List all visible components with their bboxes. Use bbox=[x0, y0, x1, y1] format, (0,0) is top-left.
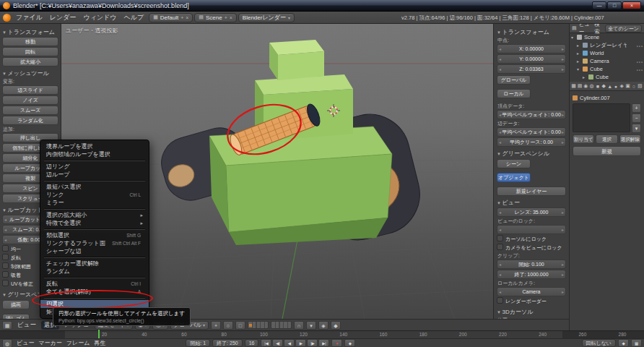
n-panel-row[interactable]: 3Dカーソル bbox=[497, 308, 566, 316]
editor-type-button[interactable]: ▦ bbox=[2, 321, 12, 330]
n-panel-row[interactable]: トランスフォーム bbox=[497, 28, 566, 36]
render-anim-button[interactable]: ◆ bbox=[331, 321, 341, 330]
timeline-menu-item[interactable]: ビュー bbox=[14, 339, 36, 347]
material-slot-list[interactable] bbox=[573, 103, 630, 132]
manipulator-rotate-button[interactable]: ○ bbox=[223, 321, 233, 330]
expand-icon[interactable]: ▸ bbox=[577, 51, 583, 56]
n-panel-row[interactable]: 平均クリース: 0.00 bbox=[497, 137, 566, 147]
menu-item[interactable]: 辺リング bbox=[40, 163, 149, 171]
assign-button[interactable]: 割り当て bbox=[573, 134, 594, 144]
timeline-menu-item[interactable]: マーカー bbox=[36, 339, 64, 347]
new-material-button[interactable]: 新規 bbox=[573, 146, 641, 156]
layers-widget-2[interactable] bbox=[271, 321, 292, 329]
screen-layout-selector[interactable]: ▦ Default + × bbox=[149, 13, 193, 22]
tool-shelf-row[interactable]: 変形: bbox=[2, 78, 58, 85]
timeline-menu-item[interactable]: フレーム bbox=[64, 339, 92, 347]
visibility-toggles[interactable] bbox=[627, 66, 643, 72]
properties-tab-icon[interactable]: ▣ bbox=[625, 83, 630, 89]
add-layout-icon[interactable]: + bbox=[180, 15, 183, 20]
properties-tab-icon[interactable]: ◈ bbox=[619, 83, 625, 89]
outliner-item[interactable]: ▾ Cube bbox=[570, 65, 644, 73]
expand-icon[interactable]: ▸ bbox=[583, 74, 588, 80]
n-panel-row[interactable]: ローカル bbox=[497, 89, 531, 98]
n-panel-row[interactable] bbox=[497, 225, 566, 234]
n-panel-row[interactable]: ビューのロック: bbox=[497, 218, 566, 224]
render-engine-selector[interactable]: Blenderレンダー ▾ bbox=[238, 13, 295, 22]
menu-item[interactable]: 反転 Ctrl I bbox=[40, 280, 149, 288]
tool-shelf-row[interactable]: 辺スライド bbox=[2, 85, 58, 95]
close-layout-icon[interactable]: × bbox=[186, 15, 188, 20]
n-panel-row[interactable]: 頂点データ: bbox=[497, 103, 566, 109]
outliner-editor-icon[interactable]: ▤ bbox=[572, 25, 577, 31]
render-opengl-button[interactable]: ◈ bbox=[318, 321, 328, 330]
n-panel-row[interactable]: カメラをビューにロック bbox=[497, 244, 566, 252]
n-panel-row[interactable]: クリップ: bbox=[497, 252, 566, 259]
expand-icon[interactable]: ▸ bbox=[577, 43, 583, 48]
layers-widget[interactable] bbox=[248, 321, 269, 329]
visibility-toggles[interactable] bbox=[627, 58, 643, 64]
n-panel-row[interactable]: グローバル bbox=[497, 75, 531, 85]
properties-tab-icon[interactable]: ◉ bbox=[583, 83, 588, 89]
tool-shelf-row[interactable]: ノイズ bbox=[2, 95, 58, 105]
n-panel-row[interactable]: 開始: 0.100 bbox=[497, 260, 566, 269]
current-frame-field[interactable]: 16 bbox=[245, 339, 259, 347]
tool-shelf-row[interactable]: 消しゴム bbox=[2, 314, 30, 319]
menu-item[interactable]: 内側領域のループを選択 bbox=[40, 150, 149, 158]
menu-item[interactable]: 特徴で全選択 ▸ bbox=[40, 219, 149, 227]
menu-item[interactable]: シャープな辺 bbox=[40, 247, 149, 255]
menu-item[interactable]: 境界ループを選択 bbox=[40, 142, 149, 150]
n-panel-row[interactable]: 新規レイヤー bbox=[497, 187, 566, 196]
n-panel-row[interactable]: グリースペンシル bbox=[497, 150, 566, 158]
scene-selector[interactable]: ▤ Scene + × bbox=[194, 13, 237, 22]
outliner-item[interactable]: ▾ Scene bbox=[570, 33, 644, 41]
n-panel-row[interactable]: レンダーボーダー bbox=[497, 297, 566, 305]
playback-button[interactable]: |▶ bbox=[307, 339, 318, 347]
snap-target-selector[interactable]: ▾ bbox=[306, 321, 316, 330]
outliner-item[interactable]: ▸ Cube bbox=[570, 73, 644, 81]
outliner-display-filter[interactable]: 全てのシーン bbox=[605, 25, 642, 33]
timeline-ruler[interactable]: 20406080100120140160180200220240260280 bbox=[0, 330, 644, 338]
n-panel-row[interactable]: 辺データ: bbox=[497, 120, 566, 127]
sync-mode-selector[interactable]: 回転しない bbox=[582, 339, 617, 347]
snap-magnet-icon[interactable]: ∩ bbox=[294, 321, 304, 330]
auto-keyframe-record-button[interactable]: ● bbox=[331, 339, 342, 347]
blender-logo-icon[interactable] bbox=[3, 14, 11, 22]
menu-item[interactable]: ヘルプ bbox=[121, 13, 148, 22]
tool-shelf-row[interactable]: 回転 bbox=[2, 47, 58, 56]
timeline-options-icon[interactable]: ▦ bbox=[631, 339, 642, 347]
menu-item[interactable]: ミラー bbox=[40, 199, 149, 207]
menu-item[interactable]: ウィンドウ bbox=[79, 13, 120, 22]
tool-shelf-row[interactable]: 追加: bbox=[2, 126, 58, 132]
properties-tab-icon[interactable]: ○ bbox=[631, 84, 636, 89]
n-panel-row[interactable]: ビュー bbox=[497, 199, 566, 207]
menu-item[interactable]: ファイル bbox=[12, 13, 46, 22]
timeline-menu-item[interactable]: 再生 bbox=[92, 339, 108, 347]
menu-item[interactable]: ランダム bbox=[40, 267, 149, 275]
keyframe-insert-icon[interactable]: ◆ bbox=[618, 339, 629, 347]
n-panel-row[interactable]: カーソルにロック bbox=[497, 235, 566, 243]
menu-item[interactable]: チェッカー選択解除 bbox=[40, 260, 149, 267]
maximize-button[interactable]: □ bbox=[607, 1, 622, 9]
outliner-item[interactable]: ▸ World bbox=[570, 49, 644, 57]
outliner-item[interactable]: ▸ Camera bbox=[570, 57, 644, 65]
properties-tab-icon[interactable]: ▦ bbox=[571, 83, 576, 89]
add-scene-icon[interactable]: + bbox=[225, 15, 227, 20]
window-titlebar[interactable]: Blender* [C:¥Users¥anazawa¥Downloads¥scr… bbox=[0, 0, 644, 12]
n-panel-row[interactable]: レンズ: 35.000 bbox=[497, 207, 566, 217]
n-panel-row[interactable]: Y: 0.00000 bbox=[497, 54, 566, 64]
properties-tab-icon[interactable]: ▤ bbox=[577, 83, 582, 89]
n-panel-row[interactable]: Z: 0.03363 bbox=[497, 64, 566, 74]
tool-shelf-row[interactable]: 描画 bbox=[2, 300, 30, 309]
tool-shelf-row[interactable]: 移動 bbox=[2, 37, 58, 46]
properties-tab-icon[interactable]: ■ bbox=[595, 84, 600, 89]
visibility-toggles[interactable] bbox=[627, 42, 643, 48]
menu-item[interactable]: レンダー bbox=[46, 13, 80, 22]
n-panel-row[interactable]: Camera bbox=[497, 287, 566, 296]
frame-start-field[interactable]: 開始: 1 bbox=[186, 339, 210, 347]
playback-button[interactable]: ▶| bbox=[318, 339, 329, 347]
menu-item[interactable]: リンク Ctrl L bbox=[40, 191, 149, 199]
manipulator-scale-button[interactable]: □ bbox=[235, 321, 245, 330]
playback-button[interactable]: ◀ bbox=[284, 339, 295, 347]
playback-button[interactable]: ▶ bbox=[295, 339, 306, 347]
keying-set-icon[interactable]: ◆ bbox=[344, 339, 355, 347]
